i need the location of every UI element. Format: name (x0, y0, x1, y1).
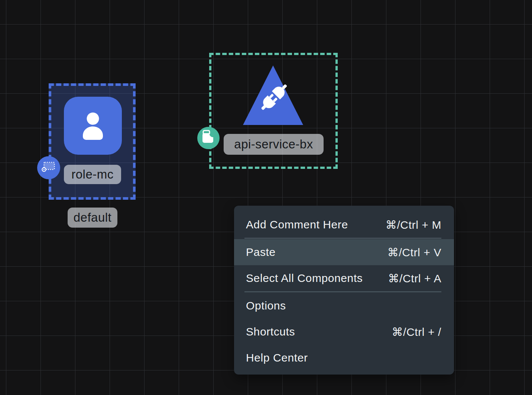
menu-item-help-center[interactable]: Help Center (234, 345, 454, 371)
menu-item-paste[interactable]: Paste ⌘/Ctrl + V (234, 239, 454, 265)
menu-item-label: Paste (246, 246, 276, 258)
menu-item-shortcut: ⌘/Ctrl + A (388, 272, 441, 285)
menu-item-label: Shortcuts (246, 325, 295, 338)
menu-item-shortcut: ⌘/Ctrl + M (386, 218, 441, 231)
menu-divider (244, 291, 441, 292)
node-name-text: role-mc (71, 167, 114, 182)
menu-item-label: Select All Components (246, 272, 363, 285)
marquee-selection-icon (38, 156, 59, 179)
save-icon (198, 127, 219, 149)
node-role-mc[interactable] (64, 97, 122, 155)
menu-item-select-all[interactable]: Select All Components ⌘/Ctrl + A (234, 265, 454, 291)
menu-divider (244, 238, 441, 239)
node-name-label[interactable]: role-mc (64, 165, 121, 184)
menu-item-add-comment[interactable]: Add Comment Here ⌘/Ctrl + M (234, 212, 454, 238)
node-name-text: api-service-bx (234, 137, 313, 151)
menu-item-label: Options (246, 299, 286, 312)
node-api-service[interactable] (241, 64, 305, 126)
group-label-text: default (74, 211, 112, 225)
context-menu: Add Comment Here ⌘/Ctrl + M Paste ⌘/Ctrl… (234, 206, 454, 375)
node-name-label[interactable]: api-service-bx (224, 134, 324, 155)
menu-item-shortcut: ⌘/Ctrl + V (387, 246, 441, 259)
menu-item-options[interactable]: Options (234, 293, 454, 319)
menu-item-label: Add Comment Here (246, 218, 348, 231)
save-badge[interactable] (197, 127, 220, 149)
user-icon (74, 106, 111, 145)
menu-item-shortcut: ⌘/Ctrl + / (392, 325, 441, 338)
menu-item-label: Help Center (246, 351, 308, 364)
group-label[interactable]: default (68, 208, 117, 228)
menu-item-shortcuts[interactable]: Shortcuts ⌘/Ctrl + / (234, 319, 454, 345)
selection-tool-badge[interactable] (37, 156, 60, 179)
diagram-canvas[interactable]: role-mc default (0, 0, 532, 395)
